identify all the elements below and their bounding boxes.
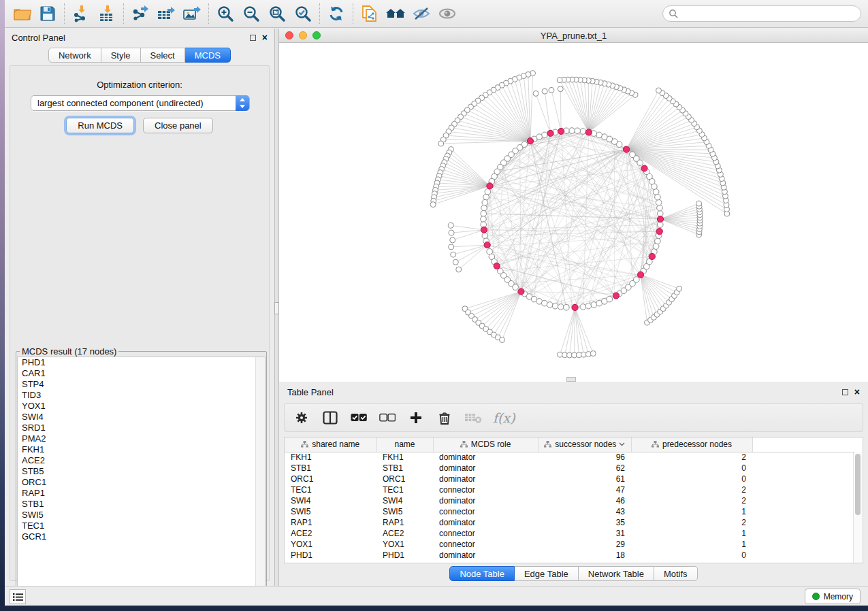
import-network-icon[interactable] [68,3,94,24]
select-all-rows-icon[interactable] [350,409,368,427]
mcds-result-item[interactable]: GCR1 [18,531,265,542]
duplicate-network-icon[interactable] [357,3,383,24]
mcds-hub-node[interactable] [518,288,524,295]
tab-node-table[interactable]: Node Table [449,566,515,581]
tab-select[interactable]: Select [141,48,185,63]
mcds-hub-node[interactable] [558,128,564,134]
window-close-icon[interactable] [285,31,293,39]
col-predecessor-nodes[interactable]: predecessor nodes [631,437,752,452]
mcds-result-item[interactable]: YOX1 [18,401,265,412]
run-mcds-button[interactable]: Run MCDS [66,118,134,133]
mcds-result-item[interactable]: STB1 [18,499,265,510]
table-row[interactable]: FKH1FKH1dominator962 [285,452,854,463]
search-input[interactable] [681,9,861,18]
close-panel-icon[interactable]: × [262,34,268,41]
splitter-handle[interactable] [274,302,279,314]
first-neighbors-icon[interactable] [383,3,408,24]
mcds-hub-node[interactable] [572,304,578,310]
split-view-icon[interactable] [321,409,339,427]
tab-motifs[interactable]: Motifs [654,566,698,581]
table-scrollbar[interactable] [853,452,862,563]
col-successor-nodes[interactable]: successor nodes [538,437,631,452]
table-row[interactable]: PHD1PHD1dominator180 [285,550,854,561]
mcds-result-item[interactable]: STP4 [18,379,265,390]
refresh-view-icon[interactable] [323,3,349,24]
show-all-icon[interactable] [434,3,460,24]
delete-table-icon[interactable] [464,409,482,427]
mcds-result-item[interactable]: ACE2 [18,455,265,466]
mcds-result-item[interactable]: PHD1 [18,357,265,368]
save-session-icon[interactable] [35,3,61,24]
search-box[interactable] [662,5,861,22]
mcds-hub-node[interactable] [649,253,655,259]
network-window-titlebar[interactable]: YPA_prune.txt_1 [279,29,868,43]
mcds-hub-node[interactable] [547,130,553,136]
zoom-in-icon[interactable] [212,3,238,24]
export-network-icon[interactable] [127,3,153,24]
table-row[interactable]: SWI4SWI4dominator462 [285,495,854,506]
memory-button[interactable]: Memory [805,589,861,604]
window-zoom-icon[interactable] [312,31,321,39]
close-table-panel-icon[interactable]: × [854,389,860,395]
zoom-out-icon[interactable] [238,3,264,24]
horizontal-splitter-handle[interactable] [566,377,576,382]
tab-edge-table[interactable]: Edge Table [515,566,579,581]
mcds-hub-node[interactable] [657,216,663,222]
tab-mcds[interactable]: MCDS [185,48,231,63]
mcds-hub-node[interactable] [487,183,493,189]
mcds-result-item[interactable]: ORC1 [18,477,265,488]
mcds-hub-node[interactable] [641,165,647,171]
table-row[interactable]: RAP1RAP1dominator352 [285,517,854,528]
mcds-hub-node[interactable] [637,271,643,278]
mcds-hub-node[interactable] [481,227,487,233]
table-row[interactable]: ORC1ORC1dominator610 [285,474,854,484]
col-name[interactable]: name [376,437,433,452]
mcds-hub-node[interactable] [623,146,629,152]
task-history-button[interactable] [10,589,26,604]
mcds-result-item[interactable]: SWI5 [18,510,265,521]
tab-style[interactable]: Style [101,48,141,63]
delete-column-icon[interactable] [436,409,453,427]
mcds-hub-node[interactable] [656,228,662,234]
export-image-icon[interactable] [179,3,205,24]
mcds-result-item[interactable]: SRD1 [18,423,265,433]
import-table-icon[interactable] [94,3,120,24]
mcds-result-item[interactable]: RAP1 [18,488,265,499]
mcds-result-item[interactable]: FKH1 [18,444,265,455]
zoom-fit-icon[interactable] [264,3,290,24]
node-table[interactable]: shared name name MCDS role successor nod… [284,437,863,563]
col-shared-name[interactable]: shared name [285,437,376,452]
zoom-selected-icon[interactable] [290,3,316,24]
open-file-icon[interactable] [9,3,35,24]
network-canvas[interactable] [279,43,868,381]
mcds-result-item[interactable]: STB5 [18,466,265,477]
table-header-row[interactable]: shared name name MCDS role successor nod… [285,437,854,452]
mcds-hub-node[interactable] [527,138,533,144]
mcds-hub-node[interactable] [613,293,619,299]
table-row[interactable]: YOX1YOX1connector291 [285,539,854,550]
float-panel-icon[interactable] [250,35,256,41]
mcds-result-item[interactable]: SWI4 [18,412,265,423]
table-row[interactable]: TEC1TEC1connector472 [285,484,854,495]
mcds-result-item[interactable]: TID3 [18,390,265,401]
table-settings-icon[interactable] [293,409,310,427]
tab-network-table[interactable]: Network Table [579,566,654,581]
export-table-icon[interactable] [153,3,179,24]
col-mcds-role[interactable]: MCDS role [433,437,538,452]
optimization-criterion-select[interactable]: largest connected component (undirected) [31,95,250,111]
table-row[interactable]: ACE2ACE2connector311 [285,528,854,539]
hide-selected-icon[interactable] [408,3,434,24]
vertical-splitter[interactable] [274,29,279,586]
close-panel-button[interactable]: Close panel [143,118,213,133]
mcds-result-item[interactable]: PMA2 [18,433,265,444]
mcds-hub-node[interactable] [484,242,490,248]
mcds-list-scrollbar[interactable] [255,357,265,604]
mcds-result-item[interactable]: CAR1 [18,368,265,379]
add-column-icon[interactable] [407,409,425,427]
table-scrollbar-thumb[interactable] [855,454,861,515]
window-minimize-icon[interactable] [299,31,307,39]
table-row[interactable]: STB1STB1dominator620 [285,463,854,474]
tab-network[interactable]: Network [48,48,101,63]
deselect-all-rows-icon[interactable] [379,409,396,427]
mcds-hub-node[interactable] [585,129,592,135]
